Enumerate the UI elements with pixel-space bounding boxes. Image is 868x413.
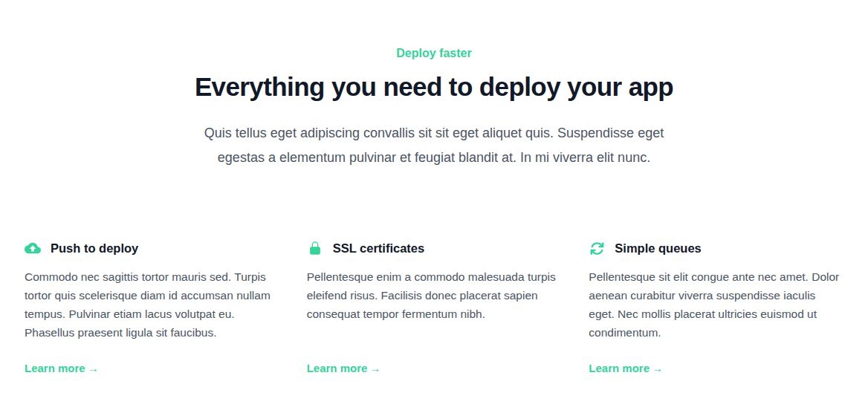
feature-title: SSL certificates (333, 240, 425, 256)
hero: Deploy faster Everything you need to dep… (0, 48, 868, 170)
learn-more-label: Learn more (589, 362, 650, 374)
feature-card-push-to-deploy: Push to deploy Commodo nec sagittis tort… (25, 240, 279, 374)
feature-description: Pellentesque enim a commodo malesuada tu… (307, 267, 562, 323)
feature-title: Simple queues (615, 240, 701, 256)
learn-more-link-push-to-deploy[interactable]: Learn more→ (25, 362, 99, 374)
lock-closed-icon (307, 240, 323, 256)
learn-more-label: Learn more (25, 362, 85, 374)
arrows-rotate-icon (589, 240, 605, 256)
learn-more-link-simple-queues[interactable]: Learn more→ (589, 362, 663, 374)
cloud-arrow-up-icon (25, 240, 41, 256)
learn-more-label: Learn more (307, 362, 368, 374)
feature-header: Simple queues (589, 240, 843, 256)
hero-description: Quis tellus eget adipiscing convallis si… (196, 121, 672, 170)
features-section: Deploy faster Everything you need to dep… (0, 0, 868, 374)
feature-header: SSL certificates (307, 240, 562, 256)
feature-header: Push to deploy (25, 240, 279, 256)
feature-grid: Push to deploy Commodo nec sagittis tort… (25, 240, 843, 374)
feature-title: Push to deploy (51, 240, 138, 256)
feature-description: Pellentesque sit elit congue ante nec am… (589, 267, 843, 342)
page-title: Everything you need to deploy your app (0, 72, 868, 102)
feature-description: Commodo nec sagittis tortor mauris sed. … (25, 267, 279, 342)
arrow-right-icon: → (88, 362, 99, 374)
feature-card-ssl-certificates: SSL certificates Pellentesque enim a com… (307, 240, 562, 374)
learn-more-link-ssl-certificates[interactable]: Learn more→ (307, 362, 381, 374)
feature-card-simple-queues: Simple queues Pellentesque sit elit cong… (589, 240, 843, 374)
arrow-right-icon: → (652, 362, 663, 374)
arrow-right-icon: → (369, 362, 380, 374)
eyebrow-label: Deploy faster (0, 48, 868, 59)
